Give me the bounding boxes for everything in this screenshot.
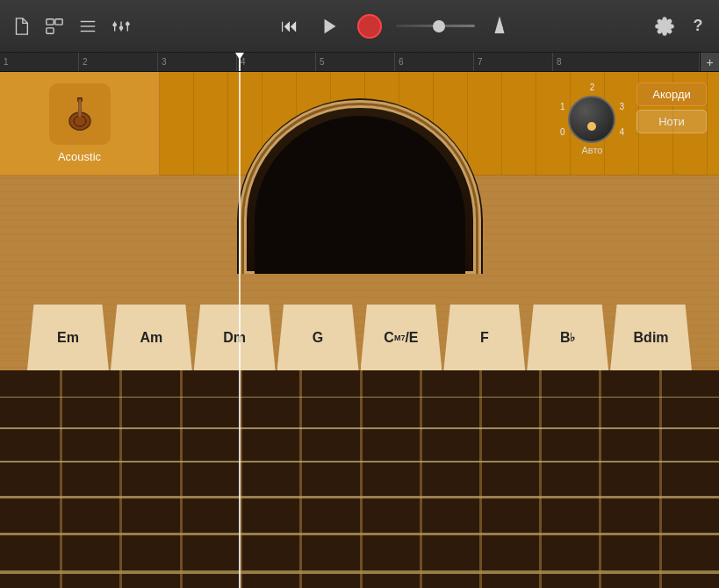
toolbar-center: ⏮ [277,13,510,39]
chord-button-cm7e[interactable]: CM7/E [361,305,442,370]
svg-marker-12 [324,18,335,33]
notes-mode-button[interactable]: Ноти [636,110,707,133]
string-4 [0,496,719,498]
ruler-bar-1: 1 [0,53,79,71]
view-toggle-icon[interactable] [44,16,65,37]
chord-button-dm[interactable]: Dm [194,305,276,370]
fret-bar-11 [659,370,662,588]
chords-mode-button[interactable]: Акорди [636,82,707,106]
auto-dial[interactable] [568,96,615,143]
svg-rect-2 [47,27,54,32]
chord-button-bdim[interactable]: Bdim [610,305,692,370]
string-5 [0,533,719,535]
settings-icon[interactable] [654,16,675,37]
toolbar-left [11,16,132,37]
sound-hole-arch [237,98,483,274]
mode-buttons: Акорди Ноти [636,82,707,133]
svg-rect-0 [47,18,54,24]
string-6 [0,570,719,574]
svg-rect-1 [55,18,62,24]
fret-bar-4 [240,370,242,588]
add-track-button[interactable]: + [700,53,719,72]
chord-button-am[interactable]: Am [111,305,192,370]
dial-top-value: 2 [590,82,595,92]
list-icon[interactable] [77,16,98,37]
ruler-bar-4: 4 [237,53,316,71]
svg-point-7 [112,22,117,26]
ruler-bar-7: 7 [474,53,553,71]
string-1 [0,397,719,398]
ruler-bar-6: 6 [395,53,474,71]
svg-point-9 [119,25,124,30]
ruler-bar-8: 8 [553,53,700,71]
chord-button-f[interactable]: F [443,305,525,370]
guitar-icon [58,92,102,136]
metronome-icon[interactable] [489,16,510,37]
timeline-ruler: 1 2 3 4 5 6 7 8 + [0,53,719,72]
mixer-icon[interactable] [111,16,132,37]
fret-bar-3 [180,370,183,588]
fret-bar-7 [420,370,422,588]
ruler-bar-2: 2 [79,53,158,71]
playhead-indicator [239,53,241,71]
help-icon[interactable]: ? [687,16,708,37]
fretboard[interactable] [0,370,719,588]
ruler-bar-3: 3 [158,53,237,71]
dial-left-top: 1 [560,102,565,111]
dial-label: Авто [581,145,602,155]
ruler-bar-5: 5 [316,53,395,71]
string-2 [0,427,719,429]
fret-bar-10 [599,370,601,588]
chords-row: Em Am Dm G CM7/E F B♭ Bdim [0,305,719,370]
svg-point-11 [126,21,130,25]
rewind-button[interactable]: ⏮ [277,13,303,39]
controls-panel: 2 1 0 3 4 Авто Акорди Ноти [560,82,707,155]
sound-hole [237,98,483,274]
fret-bar-5 [299,370,302,588]
chord-button-g[interactable]: G [277,305,359,370]
fret-bar-2 [119,370,122,588]
track-header[interactable]: Acoustic [0,72,160,176]
fret-bar-1 [60,370,62,588]
new-document-icon[interactable] [11,16,32,37]
string-3 [0,461,719,463]
sound-hole-container [237,98,483,274]
chord-button-em[interactable]: Em [27,305,109,370]
track-name-label: Acoustic [58,150,101,163]
fret-bar-9 [539,370,542,588]
dial-right-top: 3 [619,102,624,111]
play-button[interactable] [317,13,343,39]
fret-bar-8 [479,370,482,588]
fret-bar-6 [360,370,363,588]
main-area: Acoustic 2 1 0 3 4 Авто [0,72,719,588]
track-icon-wrapper [49,83,111,145]
toolbar: ⏮ ? [0,0,719,53]
dial-position-dot [587,122,596,131]
dial-left-bottom: 0 [560,127,565,137]
chord-button-bb[interactable]: B♭ [527,305,608,370]
dial-right-bottom: 4 [619,127,624,137]
record-button[interactable] [357,14,382,39]
volume-slider[interactable] [396,25,475,27]
toolbar-right: ? [654,16,708,37]
dial-area: 2 1 0 3 4 Авто [560,82,624,155]
